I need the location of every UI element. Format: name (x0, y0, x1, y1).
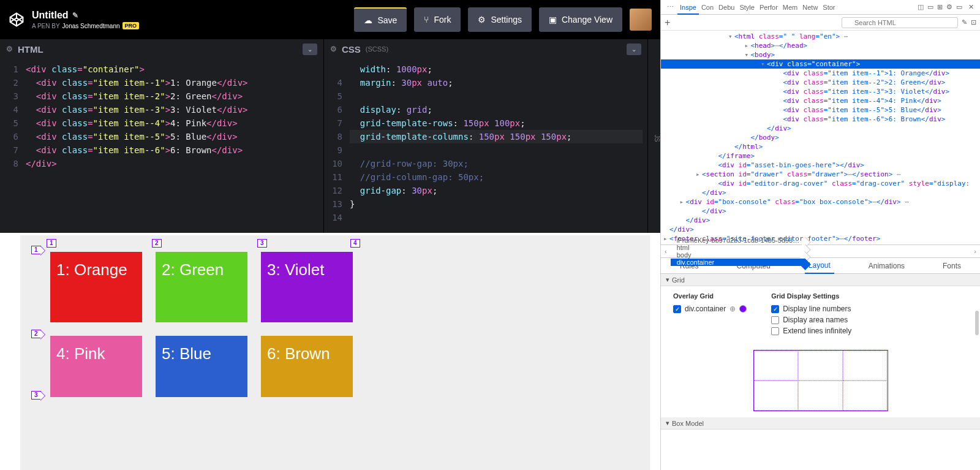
grid-settings-icon[interactable]: ⊕ (729, 305, 736, 313)
preview-pane: 1: Orange2: Green3: Violet4: Pink5: Blue… (0, 233, 660, 470)
dom-node[interactable]: </div> (661, 207, 980, 216)
js-editor-collapsed[interactable]: JS (648, 39, 660, 233)
fork-icon: ⑂ (424, 15, 429, 25)
overlay-grid-item[interactable]: ✓ div.container ⊕ (673, 305, 747, 313)
devtools-tab[interactable]: Perfor (757, 1, 780, 13)
devtools-tabs: ⋯ InspeConDebuStylePerforMemNetwStor ◫ ▭… (661, 0, 980, 15)
dom-node[interactable]: </html> (661, 142, 980, 151)
dom-node[interactable]: ▸<div id="box-console" class="box box-co… (661, 197, 980, 207)
devtools-menu-icon[interactable]: ⋯ (665, 3, 676, 11)
fork-button[interactable]: ⑂Fork (414, 7, 461, 32)
devtools-tab[interactable]: Netw (800, 1, 820, 13)
checkbox-icon[interactable]: ✓ (673, 305, 681, 313)
html-collapse-button[interactable]: ⌄ (303, 44, 317, 55)
settings-button[interactable]: ⚙Settings (468, 7, 532, 32)
html-code-area[interactable]: 1<div class="container">2 <div class="it… (0, 59, 323, 233)
breadcrumb-item[interactable]: div.container (671, 259, 806, 266)
setting-label: Extend lines infinitely (783, 327, 851, 335)
edit-title-icon[interactable]: ✎ (72, 11, 78, 20)
breadcrumb-item[interactable]: body (671, 251, 806, 259)
pen-title[interactable]: Untitled (32, 10, 69, 21)
dom-node[interactable]: ▾<div class="container"> (661, 59, 980, 69)
dom-node[interactable]: </body> (661, 133, 980, 142)
author-link[interactable]: Jonas Schmedtmann (62, 23, 120, 29)
breadcrumb-item[interactable]: html (671, 244, 806, 251)
inspector-subtab[interactable]: Animations (865, 259, 908, 273)
codepen-logo-icon (9, 12, 24, 28)
grid-col-label: 2 (152, 239, 162, 248)
box-model-header[interactable]: ▾Box Model (661, 417, 980, 430)
dom-node[interactable]: <div class="item item--3">3: Violet</div… (661, 87, 980, 96)
dom-node[interactable]: </div> (661, 225, 980, 234)
dom-node[interactable]: <div class="item item--4">4: Pink</div> (661, 96, 980, 105)
css-code-area[interactable]: width: 1000px;4 margin: 30px auto;56 dis… (324, 59, 647, 233)
responsive-icon[interactable]: ▭ (956, 3, 962, 11)
grid-col-label: 1 (47, 239, 56, 248)
grid-setting-row[interactable]: Display area names (771, 316, 851, 324)
dom-node[interactable]: </div> (661, 188, 980, 197)
save-button[interactable]: ☁Save (354, 7, 407, 32)
devtools-panel: ⋯ InspeConDebuStylePerforMemNetwStor ◫ ▭… (660, 0, 980, 470)
noframe-icon[interactable]: ⊞ (937, 3, 943, 11)
user-avatar[interactable] (630, 9, 652, 31)
dom-node[interactable]: </div> (661, 216, 980, 225)
grid-col-label: 3 (257, 239, 267, 248)
change-view-button[interactable]: ▣Change View (539, 7, 622, 32)
dom-node[interactable]: </div> (661, 124, 980, 133)
devtools-tab[interactable]: Con (699, 1, 716, 13)
gear-icon: ⚙ (478, 15, 486, 25)
devtools-close-icon[interactable]: ✕ (966, 3, 976, 11)
dom-node[interactable]: </iframe> (661, 151, 980, 161)
add-element-icon[interactable]: + (665, 17, 670, 28)
search-html-input[interactable] (842, 17, 958, 28)
devtools-tab[interactable]: Mem (780, 1, 800, 13)
dom-node[interactable]: <div class="item item--5">5: Blue</div> (661, 105, 980, 115)
grid-cell: 2: Green (156, 252, 247, 322)
grid-section-header[interactable]: ▾Grid (661, 274, 980, 286)
css-settings-icon[interactable]: ⚙ (330, 45, 337, 53)
dom-node[interactable]: <div class="item item--2">2: Green</div> (661, 78, 980, 87)
checkbox-icon[interactable] (771, 327, 779, 335)
dock-icon[interactable]: ◫ (918, 3, 924, 11)
inspector-subtab[interactable]: Fonts (939, 259, 965, 273)
devtools-tab[interactable]: Inspe (677, 1, 699, 15)
html-settings-icon[interactable]: ⚙ (6, 45, 13, 53)
grid-setting-row[interactable]: Extend lines infinitely (771, 327, 851, 335)
grid-color-swatch[interactable] (739, 305, 747, 313)
grid-setting-row[interactable]: ✓Display line numbers (771, 305, 851, 313)
dom-node[interactable]: ▾<html class=" " lang="en"> ⋯ (661, 32, 980, 41)
eyedropper-icon[interactable]: ⊡ (971, 18, 976, 26)
css-editor-sublabel: (SCSS) (366, 45, 388, 53)
html-editor: ⚙ HTML ⌄ 1<div class="container">2 <div … (0, 39, 324, 233)
devtools-settings-icon[interactable]: ⚙ (946, 3, 952, 11)
overlay-grid-label: div.container (685, 305, 726, 313)
layout-icon: ▣ (549, 15, 557, 25)
grid-cell: 1: Orange (50, 252, 142, 322)
edit-icon[interactable]: ✎ (962, 18, 967, 26)
dom-node[interactable]: <div id="asset-bin-goes-here"></div> (661, 161, 980, 170)
dom-node[interactable]: ▸<head>⋯</head> (661, 41, 980, 50)
dom-node[interactable]: <div class="item item--1">1: Orange</div… (661, 69, 980, 78)
breadcrumb-next[interactable]: › (970, 248, 980, 255)
css-editor-label: CSS (342, 44, 361, 55)
breadcrumb-item[interactable]: iFrameKey-bb97d2b3-1cdb-14b5-5d93… (671, 237, 806, 244)
html-editor-label: HTML (18, 44, 43, 55)
codepen-header: Untitled✎ A PEN BY Jonas Schmedtmann PRO… (0, 0, 660, 39)
devtools-tab[interactable]: Style (737, 1, 756, 13)
grid-row-label: 3 (31, 391, 41, 400)
css-collapse-button[interactable]: ⌄ (627, 44, 641, 55)
dom-node[interactable]: <div id="editor-drag-cover" class="drag-… (661, 179, 980, 188)
dock-icon-2[interactable]: ▭ (927, 3, 933, 11)
breadcrumb-prev[interactable]: ‹ (661, 248, 671, 255)
scrollbar[interactable] (975, 311, 979, 335)
dom-node[interactable]: ▸<section id="drawer" class="drawer">⋯</… (661, 170, 980, 179)
devtools-tab[interactable]: Stor (820, 1, 837, 13)
dom-tree[interactable]: ▾<html class=" " lang="en"> ⋯ ▸<head>⋯</… (661, 31, 980, 244)
checkbox-icon[interactable]: ✓ (771, 305, 779, 313)
devtools-tab[interactable]: Debu (716, 1, 737, 13)
checkbox-icon[interactable] (771, 316, 779, 324)
dom-node[interactable]: ▾<body> (661, 50, 980, 59)
grid-cell: 4: Pink (50, 336, 142, 397)
dom-node[interactable]: <div class="item item--6">6: Brown</div> (661, 115, 980, 124)
css-editor: ⚙ CSS (SCSS) ⌄ width: 1000px;4 margin: 3… (324, 39, 648, 233)
